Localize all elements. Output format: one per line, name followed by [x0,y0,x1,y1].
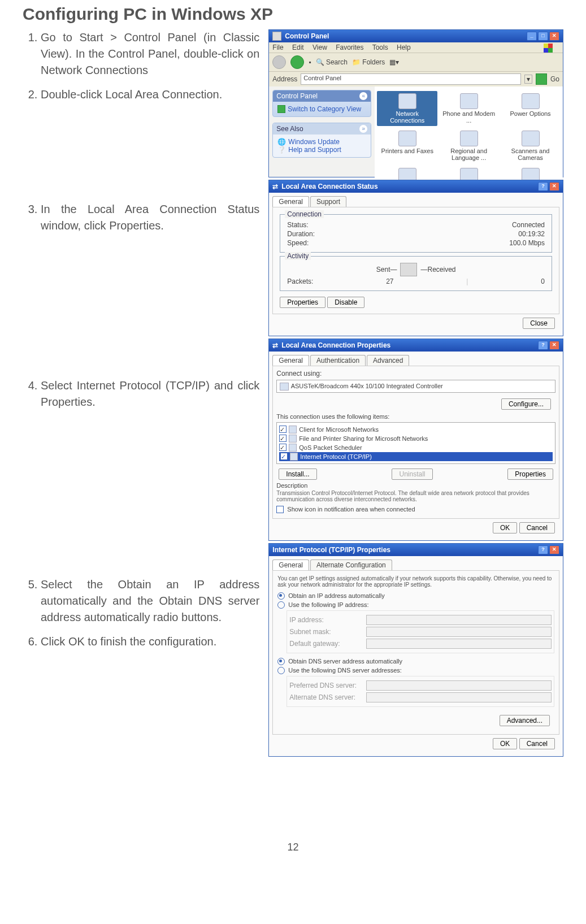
checkbox[interactable]: ✓ [279,444,287,451]
checkbox[interactable]: ✓ [280,453,288,460]
tab-general[interactable]: General [272,196,309,207]
step-4: Select Internet Protocol (TCP/IP) and cl… [41,378,259,410]
show-icon-checkbox[interactable] [276,506,284,513]
configure-button[interactable]: Configure... [501,398,551,410]
back-button[interactable] [272,55,286,69]
packets-received: 0 [541,277,545,285]
side-panel-see-also: See Also» 🌐Windows Update ❔Help and Supp… [272,123,371,158]
description-text: Transmission Control Protocol/Internet P… [276,490,555,502]
tcpip-icon [290,453,298,461]
step-1: Go to Start > Control Panel (in Classic … [41,29,259,79]
forward-button[interactable] [290,55,304,69]
nic-icon [280,383,289,391]
search-button[interactable]: 🔍 Search [316,58,348,66]
menu-favorites[interactable]: Favorites [336,44,363,51]
menu-edit[interactable]: Edit [292,44,304,51]
maximize-button[interactable]: □ [538,32,548,41]
menubar: File Edit View Favorites Tools Help [269,42,563,53]
switch-category-view-link[interactable]: Switch to Category View [277,105,366,113]
disable-button[interactable]: Disable [327,297,364,308]
address-dropdown[interactable]: ▾ [524,75,532,84]
network-icon: ⇄ [272,341,278,349]
go-button[interactable] [536,73,547,85]
icon-printers-faxes[interactable]: Printers and Faxes [377,128,437,163]
checkbox[interactable]: ✓ [279,426,287,433]
icon-phone-modem[interactable]: Phone and Modem ... [439,91,499,126]
duration-label: Duration: [287,230,315,238]
go-label: Go [550,75,559,83]
icon-scanners-cameras[interactable]: Scanners and Cameras [500,128,561,163]
menu-file[interactable]: File [272,44,283,51]
install-button[interactable]: Install... [279,468,316,480]
icon-network-connections[interactable]: Network Connections [377,91,437,126]
ok-button[interactable]: OK [493,522,517,533]
connect-using-label: Connect using: [276,370,555,378]
ok-button[interactable]: OK [493,738,517,749]
tab-authentication[interactable]: Authentication [310,355,366,366]
tab-general[interactable]: General [272,355,309,366]
close-button[interactable]: Close [523,318,555,329]
icon-power-options[interactable]: Power Options [500,91,561,126]
packets-sent: 27 [386,277,393,285]
steps-list: Go to Start > Control Panel (in Classic … [23,29,259,103]
gateway-input [366,639,552,649]
page-title: Configuring PC in Windows XP [23,5,563,24]
radio-obtain-dns-auto[interactable] [277,658,285,665]
tab-general[interactable]: General [272,559,309,570]
dns1-label: Preferred DNS server: [289,682,363,689]
close-button[interactable]: ✕ [549,182,559,191]
step-3: In the Local Area Connection Status wind… [41,201,259,234]
help-button[interactable]: ? [538,182,548,191]
page-number: 12 [23,841,563,853]
properties-button[interactable]: Properties [280,297,325,308]
menu-help[interactable]: Help [397,44,411,51]
help-button[interactable]: ? [538,341,548,350]
radio-obtain-ip-auto[interactable] [277,592,285,600]
radio-use-ip[interactable] [277,601,285,609]
uninstall-button[interactable]: Uninstall [392,468,432,480]
close-button[interactable]: ✕ [549,545,559,554]
gateway-label: Default gateway: [289,640,363,648]
items-list[interactable]: ✓Client for Microsoft Networks ✓File and… [276,422,555,464]
toolbar: ▪ 🔍 Search 📁 Folders ▦▾ [269,53,563,72]
address-bar: Address Control Panel ▾ Go [269,72,563,86]
folders-button[interactable]: 📁 Folders [352,58,385,66]
address-input[interactable]: Control Panel [301,73,521,85]
icon-regional-language[interactable]: Regional and Language ... [439,128,499,163]
checkbox[interactable]: ✓ [279,435,287,442]
activity-group: Activity Sent — — Received Packets: 27 |… [280,256,552,291]
titlebar[interactable]: ⇄Local Area Connection Status ?✕ [269,180,563,193]
minimize-button[interactable]: _ [527,32,537,41]
menu-view[interactable]: View [312,44,327,51]
menu-tools[interactable]: Tools [372,44,388,51]
close-button[interactable]: ✕ [549,32,559,41]
help-button[interactable]: ? [538,545,548,554]
cancel-button[interactable]: Cancel [519,522,555,533]
up-button[interactable]: ▪ [309,58,311,66]
close-button[interactable]: ✕ [549,341,559,350]
cancel-button[interactable]: Cancel [519,738,555,749]
advanced-button[interactable]: Advanced... [500,715,550,726]
radio-use-dns[interactable] [277,667,285,674]
tab-alternate[interactable]: Alternate Configuration [310,559,392,570]
status-value: Connected [512,221,545,229]
titlebar[interactable]: Control Panel _ □ ✕ [269,30,563,42]
dns2-label: Alternate DNS server: [289,693,363,701]
titlebar[interactable]: ⇄Local Area Connection Properties ?✕ [269,339,563,352]
chevron-icon[interactable]: » [359,125,367,133]
properties-button[interactable]: Properties [507,468,553,480]
duration-value: 00:19:32 [518,230,545,238]
tab-support[interactable]: Support [310,196,346,207]
chevron-icon[interactable]: « [359,92,367,100]
fileprint-icon [289,435,297,443]
address-label: Address [272,75,297,83]
tab-advanced[interactable]: Advanced [367,355,409,366]
help-icon: ❔ [277,146,286,154]
ip-label: IP address: [289,616,363,624]
received-label: Received [427,266,455,274]
windows-update-link[interactable]: 🌐Windows Update [277,138,366,146]
titlebar[interactable]: Internet Protocol (TCP/IP) Properties ?✕ [269,544,563,556]
qos-icon [289,444,297,452]
help-support-link[interactable]: ❔Help and Support [277,146,366,154]
views-button[interactable]: ▦▾ [389,58,399,66]
